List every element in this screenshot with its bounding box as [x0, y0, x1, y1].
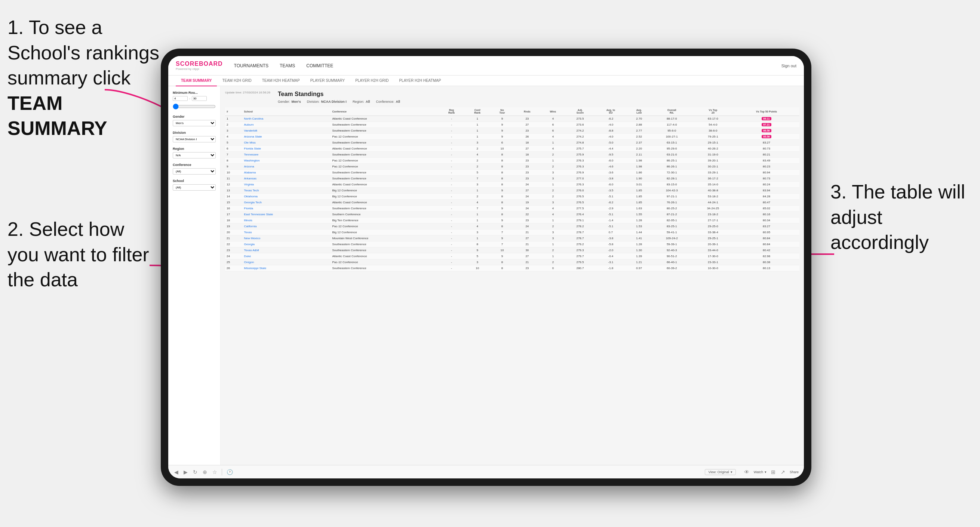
filter-region-label: Region: [173, 147, 216, 151]
cell-conf: Pac-12 Conference: [331, 259, 439, 265]
cell-school[interactable]: East Tennessee State: [243, 211, 331, 217]
cell-school[interactable]: Florida State: [243, 146, 331, 152]
cell-school[interactable]: Ole Miss: [243, 140, 331, 146]
cell-rnds: 24: [514, 224, 540, 230]
nav-committee[interactable]: COMMITTEE: [306, 62, 333, 70]
cell-avg-low: 1.28: [627, 241, 651, 248]
cell-wins: 3: [540, 235, 566, 241]
cell-wins: 3: [540, 170, 566, 176]
toolbar-share-2[interactable]: ⊕: [202, 468, 208, 476]
cell-pts: 80.16: [733, 211, 799, 217]
tab-player-h2h-heatmap[interactable]: PLAYER H2H HEATMAP: [394, 76, 446, 86]
cell-school[interactable]: Florida: [243, 206, 331, 211]
share-button[interactable]: Share: [790, 470, 799, 474]
score-value: 80.73: [763, 147, 770, 150]
cell-conf-rank: 7: [465, 206, 490, 211]
cell-school[interactable]: Auburn: [243, 122, 331, 128]
cell-school[interactable]: Virginia: [243, 182, 331, 187]
cell-avg-low: 2.70: [627, 116, 651, 122]
cell-avg-low: 1.86: [627, 170, 651, 176]
cell-school[interactable]: Georgia Tech: [243, 200, 331, 206]
cell-school[interactable]: Washington: [243, 158, 331, 164]
toolbar-grid-icon[interactable]: ⊞: [770, 468, 776, 476]
toolbar-reload[interactable]: ↻: [192, 468, 198, 476]
cell-wins: 2: [540, 187, 566, 194]
tab-team-h2h-heatmap[interactable]: TEAM H2H HEATMAP: [257, 76, 305, 86]
cell-school[interactable]: New Mexico: [243, 235, 331, 241]
nav-tournaments[interactable]: TOURNAMENTS: [234, 62, 269, 70]
sub-nav: TEAM SUMMARY TEAM H2H GRID TEAM H2H HEAT…: [168, 76, 804, 86]
filter-school-select[interactable]: (All): [173, 184, 216, 190]
cell-pts: 80.95: [733, 230, 799, 235]
toolbar-bookmark[interactable]: ☆: [212, 468, 218, 476]
cell-avg-so: -4.4: [595, 146, 627, 152]
toolbar-eye-icon[interactable]: 👁: [743, 468, 750, 476]
cell-pts: 83.94: [733, 187, 799, 194]
cell-school[interactable]: North Carolina: [243, 116, 331, 122]
cell-reg-rank: -: [439, 187, 465, 194]
filter-max-input[interactable]: [192, 96, 207, 101]
cell-rnds: 24: [514, 194, 540, 200]
cell-wins: 2: [540, 194, 566, 200]
filter-region-select[interactable]: N/A East West South Midwest: [173, 152, 216, 159]
cell-conf: Big 12 Conference: [331, 194, 439, 200]
standings-table: # School Conference RegRank ConfRank NoT…: [225, 107, 799, 271]
cell-avg-so: -5.1: [595, 211, 627, 217]
cell-school[interactable]: Georgia: [243, 241, 331, 248]
tab-team-summary[interactable]: TEAM SUMMARY: [176, 76, 217, 86]
toolbar-forward[interactable]: ▶: [183, 468, 188, 476]
cell-conf: Atlantic Coast Conference: [331, 116, 439, 122]
cell-avg-low: 1.44: [627, 230, 651, 235]
filter-gender-select[interactable]: Men's Women's: [173, 120, 216, 126]
cell-school[interactable]: Vanderbilt: [243, 128, 331, 134]
filter-min-input[interactable]: [173, 96, 188, 101]
sign-out-button[interactable]: Sign out: [781, 63, 796, 68]
view-original-button[interactable]: View: Original ▾: [705, 469, 735, 475]
cell-no-tour: 9: [490, 116, 514, 122]
score-value: 83.94: [763, 189, 770, 192]
cell-pts: 80.73: [733, 146, 799, 152]
filter-division-select[interactable]: NCAA Division I NCAA Division II NCAA Di…: [173, 136, 216, 143]
filter-rounds-slider[interactable]: [173, 103, 216, 110]
cell-reg-rank: -: [439, 224, 465, 230]
cell-conf: Atlantic Coast Conference: [331, 200, 439, 206]
table-filters-row: Gender: Men's Division: NCAA Division I …: [278, 100, 799, 103]
filter-school-label: School: [173, 179, 216, 183]
cell-overall: 63-15-1: [651, 140, 692, 146]
watch-button[interactable]: Watch ▾: [754, 470, 767, 474]
cell-avg-low: 1.98: [627, 158, 651, 164]
cell-no-tour: 8: [490, 170, 514, 176]
tab-team-h2h-grid[interactable]: TEAM H2H GRID: [217, 76, 256, 86]
cell-school[interactable]: Arizona: [243, 164, 331, 170]
cell-conf: Mountain West Conference: [331, 235, 439, 241]
toolbar-back[interactable]: ◀: [173, 468, 179, 476]
cell-school[interactable]: Texas: [243, 230, 331, 235]
toolbar-export-icon[interactable]: ↗: [780, 468, 786, 476]
cell-avg-so: -3.1: [595, 259, 627, 265]
cell-school[interactable]: Oregon: [243, 259, 331, 265]
cell-school[interactable]: Texas Tech: [243, 187, 331, 194]
nav-teams[interactable]: TEAMS: [280, 62, 295, 70]
cell-wins: 1: [540, 182, 566, 187]
score-value: 80.13: [763, 267, 770, 270]
cell-school[interactable]: Oklahoma: [243, 194, 331, 200]
tab-player-h2h-grid[interactable]: PLAYER H2H GRID: [350, 76, 394, 86]
tab-player-summary[interactable]: PLAYER SUMMARY: [305, 76, 350, 86]
cell-pts: 83.27: [733, 224, 799, 230]
cell-school[interactable]: California: [243, 224, 331, 230]
cell-rank: 7: [225, 152, 243, 158]
cell-school[interactable]: Alabama: [243, 170, 331, 176]
cell-conf-rank: 7: [465, 176, 490, 182]
cell-school[interactable]: Arizona State: [243, 134, 331, 140]
cell-school[interactable]: Mississippi State: [243, 265, 331, 271]
cell-school[interactable]: Duke: [243, 253, 331, 259]
filter-conference-select[interactable]: (All): [173, 168, 216, 175]
cell-school[interactable]: Arkansas: [243, 176, 331, 182]
toolbar-clock[interactable]: 🕐: [226, 468, 234, 476]
cell-school[interactable]: Tennessee: [243, 152, 331, 158]
region-pill: Region: All: [353, 100, 370, 103]
cell-school[interactable]: Illinois: [243, 217, 331, 224]
cell-rank: 14: [225, 194, 243, 200]
cell-pts: 86.58: [733, 128, 799, 134]
cell-school[interactable]: Texas A&M: [243, 248, 331, 253]
